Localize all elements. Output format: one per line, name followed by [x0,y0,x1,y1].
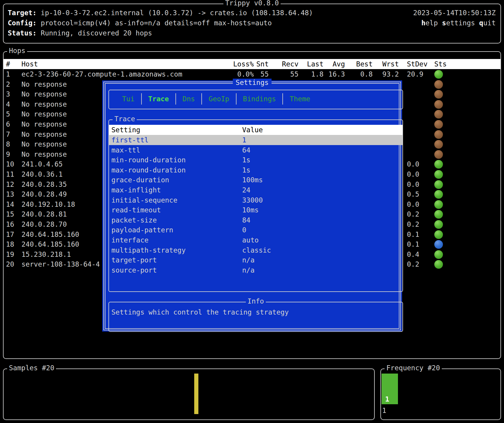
status-dot-brown [434,110,443,119]
settings-row-min-round-duration[interactable]: min-round-duration1s [109,155,402,165]
status-dot-brown [434,150,443,159]
menu-item-settings[interactable]: settings [442,19,475,27]
status-dot-blue [434,240,443,249]
hop-host: No response [21,79,67,89]
hop-host: No response [21,149,67,159]
hop-host: No response [21,89,67,99]
setting-name: first-ttl [111,135,149,145]
frequency-panel-title: Frequency #20 [385,364,442,372]
hops-table-header: #HostLoss%SntRecvLastAvgBestWrstStDevSts [4,59,500,69]
app-title: Trippy v0.8.0 [223,0,281,7]
settings-dialog-title: Settings [233,79,272,86]
hop-num: 11 [6,169,21,179]
setting-value: 1s [242,165,251,175]
trace-table-header: Setting Value [109,125,402,135]
hop-num: 4 [6,99,21,109]
hop-num: 20 [6,259,21,269]
settings-row-read-timeout[interactable]: read-timeout10ms [109,205,402,215]
hop-host: 240.0.36.1 [21,169,63,179]
menu-item-quit[interactable]: quit [479,19,496,27]
status-dot-brown [434,120,443,129]
tab-dns[interactable]: Dns [176,95,202,103]
config-label: Config: [8,19,37,27]
status-dot-green [434,200,443,209]
settings-row-max-round-duration[interactable]: max-round-duration1s [109,165,402,175]
settings-row-grace-duration[interactable]: grace-duration100ms [109,175,402,185]
tab-trace[interactable]: Trace [142,95,175,103]
hop-num: 12 [6,179,21,189]
settings-row-initial-sequence[interactable]: initial-sequence33000 [109,195,402,205]
status-dot-brown [434,100,443,109]
setting-value: 10ms [242,205,259,215]
setting-name: packet-size [111,215,157,225]
setting-value: classic [242,245,271,255]
hops-panel-title: Hops [7,47,27,55]
hops-column-header-sts: Sts [434,59,452,69]
settings-row-source-port[interactable]: source-portn/a [109,265,402,275]
setting-value: 100ms [242,175,263,185]
setting-name: read-timeout [111,205,161,215]
hop-host: 240.0.28.35 [21,179,67,189]
hop-num: 17 [6,229,21,240]
tab-tui[interactable]: Tui [116,95,141,103]
hops-column-header-host: Host [21,59,38,69]
settings-row-packet-size[interactable]: packet-size84 [109,215,402,225]
hop-host: No response [21,139,67,149]
settings-row-max-ttl[interactable]: max-ttl64 [109,145,402,155]
hop-host: ec2-3-236-60-27.compute-1.amazonaws.com [21,69,182,79]
setting-value: n/a [242,255,255,265]
app-header-panel: Trippy v0.8.0 Target: ip-10-0-3-72.ec2.i… [3,4,501,43]
tab-geoip[interactable]: GeoIp [202,95,236,103]
settings-row-payload-pattern[interactable]: payload-pattern0 [109,225,402,235]
info-text: Settings which control the tracing strat… [111,307,289,317]
hop-host: No response [21,99,67,109]
settings-row-target-port[interactable]: target-portn/a [109,255,402,265]
hop-host: 240.64.185.160 [21,229,79,240]
setting-value: 84 [242,215,251,225]
setting-name: max-inflight [111,185,161,195]
hop-num: 2 [6,79,21,89]
hop-num: 6 [6,119,21,129]
hop-host: server-108-138-64-4 [21,259,100,269]
status-label: Status: [8,29,37,37]
hop-num: 19 [6,249,21,259]
menu-item-help[interactable]: help [421,19,438,27]
samples-panel-title: Samples #20 [7,364,56,372]
status-value: Running, discovered 20 hops [41,29,152,37]
hops-column-header-wrst: Wrst [363,59,399,69]
settings-row-interface[interactable]: interfaceauto [109,235,402,245]
target-value: ip-10-0-3-72.ec2.internal (10.0.3.72) ->… [41,9,313,17]
hop-host: 15.230.218.1 [21,249,71,259]
menu-hotkey: s [442,19,446,27]
hop-host: 240.192.10.18 [21,199,75,209]
settings-row-max-inflight[interactable]: max-inflight24 [109,185,402,195]
settings-dialog-frame: Settings TuiTraceDnsGeoIpBindingsTheme T… [103,82,401,330]
status-dot-brown [434,140,443,149]
hop-host: 240.64.185.160 [21,239,79,249]
frequency-axis-label: 1 [382,405,386,416]
status-dot-green [434,220,443,229]
setting-value: 0 [242,225,246,235]
hop-num: 15 [6,209,21,219]
setting-name: grace-duration [111,175,169,185]
settings-row-first-ttl[interactable]: first-ttl1 [109,135,402,145]
menu-row: helpsettingsquit [417,18,496,28]
settings-row-multipath-strategy[interactable]: multipath-strategyclassic [109,245,402,255]
setting-value: 33000 [242,195,263,205]
samples-chart-bar [194,374,198,414]
info-panel: Info Settings which control the tracing … [108,302,403,332]
trace-panel-title: Trace [113,115,137,123]
settings-tabs: TuiTraceDnsGeoIpBindingsTheme [116,90,400,108]
hop-host: 241.0.4.65 [21,159,63,169]
hops-row-1[interactable]: 1ec2-3-236-60-27.compute-1.amazonaws.com… [4,69,500,79]
frequency-chart-bar: 1 [382,374,398,404]
tab-bindings[interactable]: Bindings [237,95,283,103]
trace-settings-panel: Trace Setting Value first-ttl1max-ttl64m… [108,119,403,292]
tab-theme[interactable]: Theme [283,95,317,103]
status-dot-green [434,230,443,239]
status-dot-green [434,190,443,199]
hop-host: No response [21,119,67,129]
hop-num: 5 [6,109,21,119]
setting-value: 64 [242,145,251,155]
samples-panel: Samples #20 [3,368,375,420]
